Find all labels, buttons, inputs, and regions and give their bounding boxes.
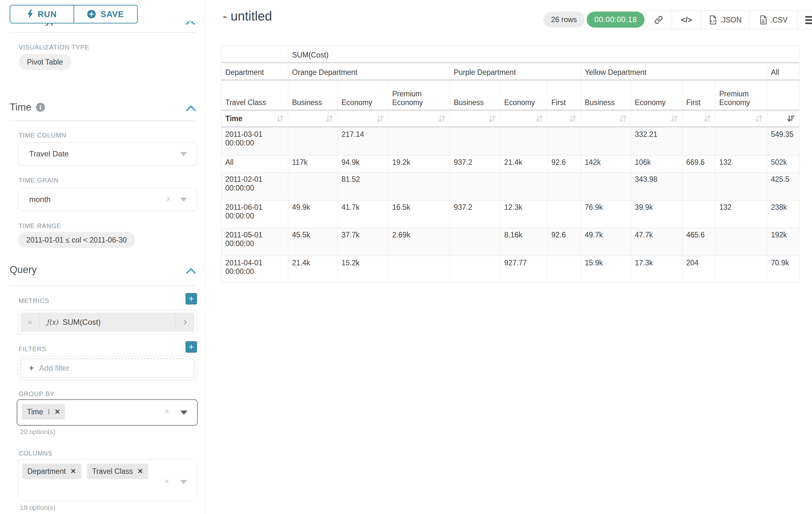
add-filter-button[interactable]: + bbox=[185, 341, 197, 353]
sort-header-cell[interactable] bbox=[388, 111, 450, 128]
columns-pill-department[interactable]: Department ✕ bbox=[22, 464, 81, 479]
time-grain-label: TIME GRAIN bbox=[19, 177, 59, 184]
add-filter-dropzone[interactable]: + Add filter bbox=[21, 358, 195, 378]
time-range-pill[interactable]: 2011-01-01 ≤ col < 2011-06-30 bbox=[18, 232, 135, 248]
pivot-cell bbox=[450, 128, 500, 156]
info-icon: i bbox=[36, 103, 45, 112]
pivot-cell: 937.2 bbox=[450, 200, 500, 228]
add-filter-placeholder: Add filter bbox=[39, 364, 70, 373]
time-section-heading: Time i bbox=[10, 102, 45, 113]
pivot-cell: 142k bbox=[581, 156, 631, 172]
chevron-down-icon[interactable] bbox=[180, 410, 187, 415]
pivot-row-key: 2011-02-01 00:00:00 bbox=[222, 172, 288, 200]
sort-header-cell[interactable] bbox=[767, 111, 800, 128]
sort-icon[interactable] bbox=[276, 114, 284, 123]
view-query-button[interactable]: </> bbox=[672, 11, 701, 29]
run-save-button-group: RUN SAVE bbox=[10, 5, 138, 23]
remove-pill-icon[interactable]: ✕ bbox=[55, 408, 60, 416]
pivot-table: SUM(Cost)DepartmentOrange DepartmentPurp… bbox=[221, 46, 800, 282]
chevron-down-icon[interactable] bbox=[180, 197, 187, 202]
metric-pill[interactable]: × ƒ(x) SUM(Cost) › bbox=[21, 313, 195, 332]
export-json-button[interactable]: .JSON bbox=[701, 11, 749, 29]
sort-header-cell[interactable] bbox=[338, 111, 388, 128]
remove-pill-icon[interactable]: ✕ bbox=[70, 467, 76, 475]
menu-button[interactable] bbox=[797, 11, 812, 29]
table-row: 2011-03-01 00:00:00217.14332.21549.35 bbox=[222, 128, 800, 156]
group-by-select[interactable]: Time i ✕ × bbox=[17, 399, 198, 426]
remove-metric-icon[interactable]: × bbox=[21, 313, 39, 332]
sort-desc-active-icon[interactable] bbox=[787, 114, 795, 123]
dept-group-header: All bbox=[767, 63, 800, 81]
dept-group-header: Orange Department bbox=[288, 63, 450, 81]
pivot-cell bbox=[682, 172, 716, 200]
pivot-cell: 2.69k bbox=[388, 228, 450, 256]
share-link-button[interactable] bbox=[645, 11, 672, 29]
sort-row-time-header[interactable]: Time bbox=[222, 111, 288, 128]
pivot-cell: 217.14 bbox=[338, 128, 388, 156]
metric-expand-icon[interactable]: › bbox=[176, 313, 195, 332]
sort-icon[interactable] bbox=[670, 114, 678, 123]
pivot-cell: 47.7k bbox=[631, 228, 682, 256]
sort-icon[interactable] bbox=[438, 114, 446, 123]
sort-icon[interactable] bbox=[489, 114, 496, 123]
pivot-cell: 49.7k bbox=[581, 228, 631, 256]
pivot-cell bbox=[682, 200, 716, 228]
chevron-down-icon[interactable] bbox=[180, 480, 187, 484]
add-metric-button[interactable]: + bbox=[185, 293, 197, 304]
fx-icon: ƒ(x) bbox=[47, 318, 58, 326]
pivot-cell bbox=[716, 228, 767, 256]
group-by-pill-time[interactable]: Time i ✕ bbox=[22, 404, 65, 420]
class-col-header: Business bbox=[581, 81, 631, 111]
pivot-cell: 76.9k bbox=[581, 200, 631, 228]
sort-icon[interactable] bbox=[703, 114, 711, 123]
sort-header-cell[interactable] bbox=[716, 111, 767, 128]
columns-select[interactable]: Department ✕ Travel Class ✕ × bbox=[18, 459, 197, 501]
plus-icon: + bbox=[29, 363, 34, 373]
remove-pill-icon[interactable]: ✕ bbox=[137, 467, 143, 475]
sort-header-cell[interactable] bbox=[450, 111, 500, 128]
clear-icon[interactable]: × bbox=[165, 406, 170, 416]
sort-icon[interactable] bbox=[619, 114, 627, 123]
sort-header-cell[interactable] bbox=[631, 111, 682, 128]
sort-header-cell[interactable] bbox=[500, 111, 548, 128]
sort-header-cell[interactable] bbox=[288, 111, 338, 128]
time-grain-select[interactable]: month × bbox=[18, 188, 197, 211]
sort-header-cell[interactable] bbox=[682, 111, 716, 128]
pivot-cell: 502k bbox=[767, 156, 800, 172]
pivot-cell: 94.9k bbox=[338, 156, 388, 172]
query-section-collapse-icon[interactable] bbox=[185, 267, 196, 274]
link-icon bbox=[654, 15, 663, 25]
code-icon: </> bbox=[681, 16, 692, 24]
columns-helper: 19 option(s) bbox=[20, 504, 56, 511]
time-column-select[interactable]: Travel Date bbox=[18, 142, 197, 165]
chevron-down-icon[interactable] bbox=[180, 152, 187, 156]
class-col-header: Premium Economy bbox=[716, 81, 767, 111]
export-csv-button[interactable]: .CSV bbox=[749, 11, 797, 29]
viz-type-pill[interactable]: Pivot Table bbox=[19, 54, 71, 70]
chart-title[interactable]: - untitled bbox=[223, 9, 272, 23]
sort-icon[interactable] bbox=[755, 114, 763, 123]
metric-header: SUM(Cost) bbox=[288, 46, 800, 63]
sort-icon[interactable] bbox=[536, 114, 543, 123]
chart-type-collapse-icon-clipped[interactable] bbox=[185, 22, 196, 24]
sort-header-cell[interactable] bbox=[581, 111, 631, 128]
clear-icon[interactable]: × bbox=[166, 194, 171, 204]
pivot-cell bbox=[500, 172, 548, 200]
divider bbox=[9, 285, 195, 286]
sort-icon[interactable] bbox=[326, 114, 334, 123]
columns-pill-travel-class[interactable]: Travel Class ✕ bbox=[87, 464, 148, 479]
clear-icon[interactable]: × bbox=[164, 477, 169, 486]
table-row: 2011-04-01 00:00:0021.4k15.2k927.7715.9k… bbox=[222, 256, 800, 282]
run-button[interactable]: RUN bbox=[10, 5, 74, 23]
hamburger-icon bbox=[805, 16, 812, 24]
sort-header-cell[interactable] bbox=[548, 111, 581, 128]
filters-label: FILTERS bbox=[19, 345, 46, 353]
sort-icon[interactable] bbox=[569, 114, 577, 123]
pivot-cell: 12.3k bbox=[500, 200, 548, 228]
save-button[interactable]: SAVE bbox=[74, 5, 137, 23]
sort-icon[interactable] bbox=[376, 114, 384, 123]
pivot-cell: 332.21 bbox=[631, 128, 682, 156]
time-section-collapse-icon[interactable] bbox=[185, 105, 196, 112]
pivot-cell bbox=[388, 128, 450, 156]
pivot-cell: 106k bbox=[631, 156, 682, 172]
